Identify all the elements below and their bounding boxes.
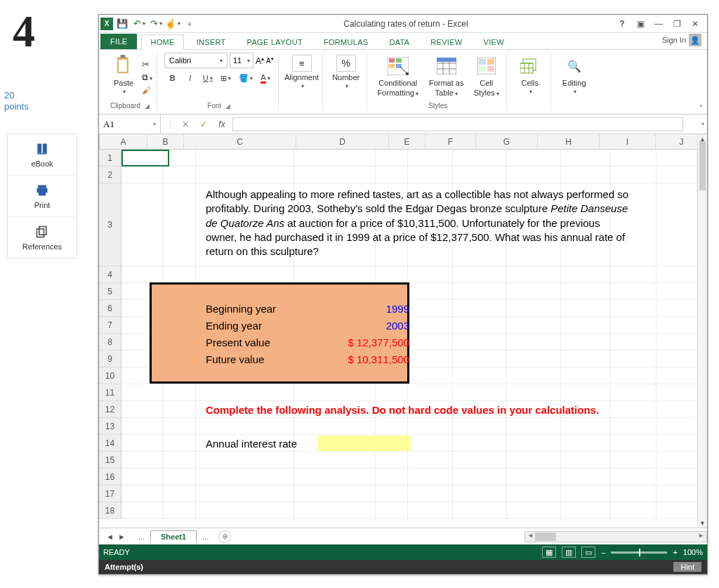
- page-layout-view-icon[interactable]: ▥: [562, 547, 576, 558]
- undo-icon[interactable]: ↶▾: [131, 16, 147, 32]
- row-header-6[interactable]: 6: [99, 300, 121, 317]
- col-header-F[interactable]: F: [426, 134, 476, 149]
- minimize-icon[interactable]: —: [651, 16, 666, 32]
- scroll-left-icon[interactable]: ◄: [527, 532, 534, 539]
- zoom-slider[interactable]: [611, 551, 667, 554]
- font-color-button[interactable]: A▾: [258, 70, 273, 86]
- row-header-5[interactable]: 5: [99, 283, 121, 300]
- sign-in-button[interactable]: Sign In 👤: [657, 31, 707, 49]
- format-painter-icon[interactable]: 🖌: [142, 85, 152, 96]
- zoom-out-icon[interactable]: –: [601, 548, 605, 556]
- cell-styles-button[interactable]: Cell Styles▾: [471, 55, 502, 100]
- shrink-font-icon[interactable]: A▾: [266, 56, 274, 65]
- horizontal-scrollbar[interactable]: ◄ ►: [525, 531, 707, 542]
- row-header-11[interactable]: 11: [99, 384, 121, 401]
- editing-button[interactable]: 🔍 Editing ▾: [558, 55, 591, 100]
- font-name-select[interactable]: Calibri▾: [164, 53, 227, 68]
- row-header-17[interactable]: 17: [99, 485, 121, 502]
- bold-button[interactable]: B: [165, 70, 180, 86]
- answer-input-cell[interactable]: [318, 436, 411, 451]
- borders-button[interactable]: ⊞▾: [218, 70, 234, 86]
- scroll-right-icon[interactable]: ►: [698, 532, 704, 539]
- row-header-12[interactable]: 12: [99, 401, 121, 418]
- format-as-table-button[interactable]: Format as Table▾: [426, 55, 467, 100]
- row-header-16[interactable]: 16: [99, 469, 121, 485]
- row-header-18[interactable]: 18: [99, 502, 121, 519]
- ribbon-display-icon[interactable]: ▣: [633, 16, 648, 32]
- row-header-2[interactable]: 2: [99, 166, 121, 183]
- conditional-formatting-button[interactable]: Conditional Formatting▾: [374, 55, 422, 100]
- number-format-button[interactable]: % Number ▾: [330, 55, 362, 100]
- row-header-9[interactable]: 9: [99, 351, 121, 367]
- spreadsheet-grid[interactable]: ABCDEFGHIJK 123456789101112131415161718 …: [99, 134, 707, 528]
- font-size-select[interactable]: 11▾: [230, 53, 253, 68]
- row-header-14[interactable]: 14: [99, 435, 121, 452]
- fill-color-button[interactable]: 🪣▾: [236, 70, 256, 86]
- underline-button[interactable]: U▾: [200, 70, 216, 86]
- sheet-tab-sheet1[interactable]: Sheet1: [150, 530, 197, 542]
- page-break-view-icon[interactable]: ▭: [581, 547, 595, 558]
- zoom-in-icon[interactable]: +: [673, 548, 677, 556]
- sidebar-ebook[interactable]: eBook: [8, 134, 77, 175]
- fx-icon[interactable]: fx: [214, 117, 230, 132]
- close-icon[interactable]: ✕: [687, 16, 703, 32]
- zoom-level[interactable]: 100%: [683, 548, 703, 556]
- next-sheet-icon[interactable]: ►: [118, 533, 126, 541]
- tab-review[interactable]: REVIEW: [422, 35, 470, 49]
- sheet-more-icon-2[interactable]: ...: [197, 533, 214, 541]
- tab-view[interactable]: VIEW: [475, 35, 513, 49]
- tab-home[interactable]: HOME: [141, 34, 183, 50]
- tab-insert[interactable]: INSERT: [188, 35, 235, 49]
- qat-customize-icon[interactable]: ≡: [182, 16, 197, 32]
- scroll-down-icon[interactable]: ▼: [698, 518, 707, 528]
- col-header-A[interactable]: A: [100, 134, 147, 149]
- cells-button[interactable]: Cells ▾: [514, 55, 546, 100]
- grow-font-icon[interactable]: A▴: [256, 55, 264, 66]
- tab-page-layout[interactable]: PAGE LAYOUT: [239, 35, 311, 49]
- copy-button-icon[interactable]: ⧉▾: [142, 72, 152, 82]
- redo-icon[interactable]: ↷▾: [148, 16, 164, 32]
- col-header-C[interactable]: C: [184, 134, 296, 149]
- normal-view-icon[interactable]: ▦: [542, 547, 556, 558]
- restore-icon[interactable]: ❐: [669, 16, 685, 32]
- hint-button[interactable]: Hint: [673, 562, 701, 572]
- row-header-3[interactable]: 3: [99, 183, 121, 266]
- col-header-I[interactable]: I: [600, 134, 656, 149]
- tab-data[interactable]: DATA: [381, 35, 418, 49]
- font-launcher-icon[interactable]: ◢: [225, 103, 230, 110]
- row-header-7[interactable]: 7: [99, 317, 121, 334]
- help-icon[interactable]: ?: [614, 16, 630, 32]
- expand-formula-icon[interactable]: ▾: [701, 121, 704, 127]
- row-header-8[interactable]: 8: [99, 334, 121, 351]
- row-header-13[interactable]: 13: [99, 418, 121, 435]
- formula-input[interactable]: [232, 117, 683, 131]
- paste-button[interactable]: Paste ▾: [107, 55, 140, 100]
- sidebar-print[interactable]: Print: [8, 175, 77, 216]
- cut-icon[interactable]: ✂: [142, 59, 152, 70]
- new-sheet-icon[interactable]: ⊕: [218, 530, 231, 543]
- tab-file[interactable]: FILE: [100, 34, 137, 49]
- row-header-15[interactable]: 15: [99, 452, 121, 469]
- col-header-D[interactable]: D: [296, 134, 389, 149]
- sheet-more-icon[interactable]: ...: [133, 533, 150, 541]
- vertical-scrollbar[interactable]: ▲ ▼: [697, 134, 707, 528]
- col-header-H[interactable]: H: [538, 134, 600, 149]
- row-header-10[interactable]: 10: [99, 367, 121, 384]
- prev-sheet-icon[interactable]: ◄: [106, 533, 114, 541]
- cancel-formula-icon[interactable]: ✕: [178, 117, 193, 132]
- col-header-E[interactable]: E: [389, 134, 426, 149]
- clipboard-launcher-icon[interactable]: ◢: [145, 103, 150, 110]
- tab-formulas[interactable]: FORMULAS: [315, 35, 377, 49]
- row-header-4[interactable]: 4: [99, 266, 121, 283]
- scroll-thumb[interactable]: [699, 141, 706, 190]
- col-header-G[interactable]: G: [476, 134, 538, 149]
- alignment-button[interactable]: ≡ Alignment ▾: [286, 55, 318, 100]
- accept-formula-icon[interactable]: ✓: [196, 117, 211, 132]
- italic-button[interactable]: I: [183, 70, 198, 86]
- collapse-ribbon-icon[interactable]: ˄: [699, 104, 703, 112]
- sidebar-references[interactable]: References: [8, 216, 77, 258]
- col-header-B[interactable]: B: [147, 134, 184, 149]
- name-box[interactable]: A1▾: [99, 115, 161, 133]
- row-header-1[interactable]: 1: [99, 150, 121, 166]
- hscroll-thumb[interactable]: [535, 533, 556, 541]
